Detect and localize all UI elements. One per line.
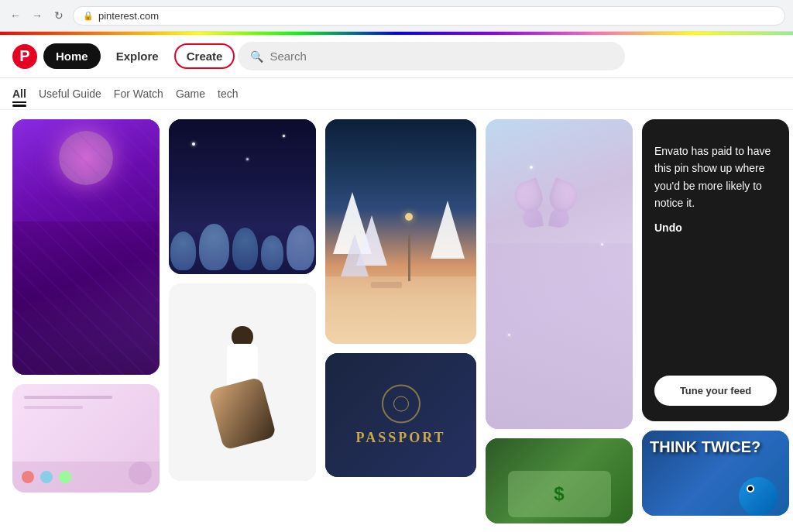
- pin-butterflies[interactable]: [486, 119, 633, 429]
- envato-message: Envato has paid to have this pin show up…: [654, 142, 777, 212]
- tab-useful-guide[interactable]: Useful Guide: [39, 84, 101, 103]
- tab-all[interactable]: All: [12, 84, 26, 103]
- grid-col-3: PASSPORT: [325, 119, 476, 523]
- tune-feed-button[interactable]: Tune your feed: [654, 376, 777, 406]
- pins-grid: PASSPORT $: [0, 110, 793, 532]
- passport-text: PASSPORT: [355, 430, 445, 446]
- tab-game[interactable]: Game: [176, 84, 205, 103]
- create-button-wrapper: Create: [174, 43, 235, 69]
- pin-passport[interactable]: PASSPORT: [325, 353, 476, 477]
- forward-button[interactable]: →: [29, 8, 45, 23]
- lock-icon: 🔒: [83, 11, 94, 21]
- url-text: pinterest.com: [98, 10, 159, 22]
- pin-yoga[interactable]: [169, 283, 316, 481]
- sonic-text: THINK TWICE?: [650, 438, 781, 455]
- browser-chrome: ← → ↻ 🔒 pinterest.com: [0, 0, 793, 32]
- pinterest-nav: P Home Explore Create 🔍 Search: [0, 35, 793, 78]
- browser-toolbar: ← → ↻ 🔒 pinterest.com: [0, 0, 793, 31]
- logo-letter: P: [19, 47, 29, 65]
- refresh-button[interactable]: ↻: [51, 8, 67, 23]
- category-tabs: All Useful Guide For Watch Game tech: [0, 78, 793, 110]
- pin-money[interactable]: $: [486, 438, 633, 523]
- tab-tech[interactable]: tech: [218, 84, 238, 103]
- pin-purple-room[interactable]: [12, 119, 160, 375]
- back-button[interactable]: ←: [8, 8, 23, 23]
- pin-sonic[interactable]: THINK TWICE?: [642, 431, 789, 516]
- explore-button[interactable]: Explore: [104, 43, 171, 69]
- grid-col-5: Envato has paid to have this pin show up…: [642, 119, 789, 523]
- home-button[interactable]: Home: [43, 43, 101, 69]
- tab-for-watch[interactable]: For Watch: [114, 84, 163, 103]
- pinterest-logo: P: [12, 44, 37, 69]
- grid-col-1: [12, 119, 160, 523]
- create-button[interactable]: Create: [176, 45, 234, 67]
- address-bar[interactable]: 🔒 pinterest.com: [73, 6, 785, 26]
- search-icon: 🔍: [250, 50, 263, 63]
- search-bar[interactable]: 🔍 Search: [238, 42, 625, 70]
- envato-undo-label[interactable]: Undo: [654, 221, 777, 234]
- pin-notebook[interactable]: [12, 384, 160, 493]
- pin-envato[interactable]: Envato has paid to have this pin show up…: [642, 119, 789, 421]
- grid-col-4: $: [486, 119, 633, 523]
- grid-col-2: [169, 119, 316, 523]
- search-placeholder-text: Search: [269, 50, 307, 63]
- pin-blue-roses[interactable]: [169, 119, 316, 274]
- pin-snow-trees[interactable]: [325, 119, 476, 344]
- tab-all-wrapper: All: [12, 87, 26, 101]
